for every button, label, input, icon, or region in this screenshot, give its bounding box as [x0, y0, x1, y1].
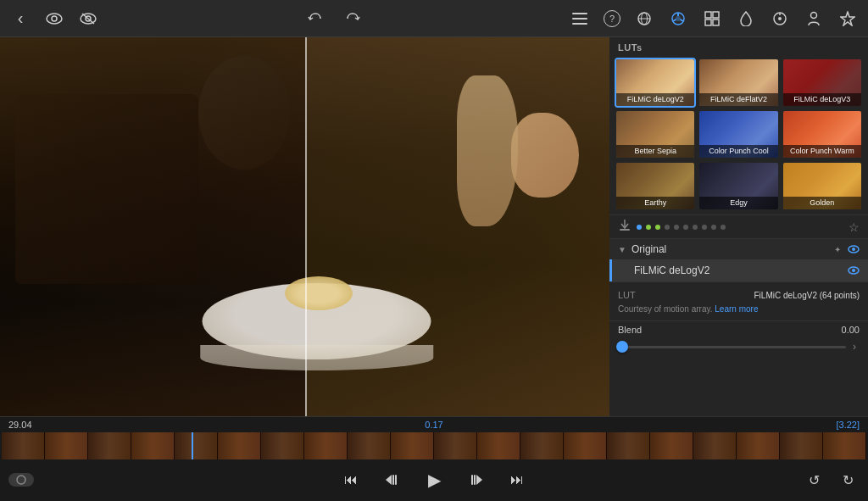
dot-1[interactable]	[637, 225, 642, 230]
frame-5	[175, 432, 218, 459]
color-wheel-icon[interactable]	[668, 8, 688, 29]
undo-icon[interactable]	[305, 8, 326, 29]
bottom-toolbar: Color & Effects	[0, 497, 868, 501]
frame-6	[218, 432, 261, 459]
frame-11	[434, 432, 477, 459]
menu-icon[interactable]	[570, 8, 590, 29]
frame-forward-button[interactable]	[465, 468, 488, 492]
grid-icon[interactable]	[702, 8, 722, 29]
drop-icon[interactable]	[736, 8, 756, 29]
svg-point-31	[17, 476, 25, 484]
back-button[interactable]: ‹	[10, 8, 31, 29]
preset-item-name: FiLMiC deLogV2	[634, 264, 848, 276]
page-dots	[637, 225, 726, 230]
frame-20	[823, 432, 866, 459]
svg-point-1	[52, 16, 57, 21]
lut-item-edgy[interactable]: Edgy	[698, 161, 779, 211]
redo-icon[interactable]	[342, 8, 363, 29]
lut-label-delogv3: FiLMiC deLogV3	[783, 93, 861, 106]
preset-group-name: Original	[632, 243, 834, 255]
lut-item-punch-warm[interactable]: Color Punch Warm	[782, 109, 863, 159]
timeline-strip[interactable]	[2, 432, 866, 459]
timeline-info: 29.04 0.17 [3.22]	[0, 417, 868, 432]
download-icon[interactable]	[618, 219, 632, 235]
lut-label-edgy: Edgy	[699, 197, 777, 209]
undo-playback-icon[interactable]: ↺	[802, 468, 826, 492]
frame-17	[693, 432, 737, 459]
lut-item-delogv2[interactable]: FiLMiC deLogV2	[615, 58, 696, 108]
lut-item-punch-cool[interactable]: Color Punch Cool	[698, 109, 779, 159]
dot-3[interactable]	[655, 225, 660, 230]
frame-18	[737, 432, 780, 459]
svg-rect-37	[471, 475, 473, 485]
svg-rect-25	[620, 229, 630, 231]
skip-back-button[interactable]: ⏮	[339, 468, 363, 492]
svg-rect-16	[705, 12, 711, 18]
lut-label-golden: Golden	[783, 197, 861, 209]
star-icon[interactable]	[837, 8, 858, 29]
plate-bottom	[200, 345, 433, 370]
lut-item-earthy[interactable]: Earthy	[615, 161, 696, 211]
blend-row: Blend 0.00	[618, 325, 860, 335]
eye-slash-icon[interactable]	[78, 8, 98, 29]
dot-8[interactable]	[702, 225, 707, 230]
svg-point-0	[47, 14, 62, 24]
dot-5[interactable]	[674, 225, 679, 230]
favorite-star-icon[interactable]: ☆	[849, 220, 860, 234]
person-icon[interactable]	[804, 8, 824, 29]
help-icon[interactable]: ?	[604, 10, 620, 27]
blend-slider[interactable]	[618, 338, 846, 355]
lut-item-golden[interactable]: Golden	[782, 161, 863, 211]
learn-more-link[interactable]: Learn more	[715, 304, 758, 314]
svg-point-30	[852, 269, 855, 272]
dot-6[interactable]	[683, 225, 688, 230]
svg-marker-35	[476, 475, 482, 485]
preset-star-indicator: ✦	[834, 245, 841, 254]
svg-rect-17	[713, 12, 719, 18]
eye-icon[interactable]	[44, 8, 64, 29]
skip-forward-button[interactable]: ⏭	[505, 468, 529, 492]
frame-14	[564, 432, 607, 459]
lut-item-sepia[interactable]: Better Sepia	[615, 109, 696, 159]
svg-rect-36	[474, 475, 476, 485]
playback-right-controls: ↺ ↻	[802, 468, 860, 492]
loop-control[interactable]	[8, 473, 34, 487]
lut-item-delogv3[interactable]: FiLMiC deLogV3	[782, 58, 863, 108]
svg-marker-32	[386, 475, 392, 485]
lut-item-deflatv2[interactable]: FiLMiC deFlatV2	[698, 58, 779, 108]
dot-2[interactable]	[646, 225, 651, 230]
blend-slider-row: ›	[618, 338, 860, 355]
frame-1	[2, 432, 45, 459]
dots-row: ☆	[609, 214, 868, 239]
main-content: LUTs FiLMiC deLogV2 FiLMiC deFlatV2 FiLM…	[0, 37, 868, 416]
timeline-frames	[2, 432, 866, 459]
frame-back-button[interactable]	[380, 468, 403, 492]
frame-3	[88, 432, 131, 459]
bottom-area: 29.04 0.17 [3.22]	[0, 416, 868, 501]
dial-icon[interactable]	[770, 8, 790, 29]
svg-point-21	[778, 17, 782, 20]
preset-item-delogv2[interactable]: FiLMiC deLogV2	[609, 259, 868, 281]
dot-10[interactable]	[721, 225, 726, 230]
slider-arrow-right[interactable]: ›	[849, 341, 860, 353]
dot-9[interactable]	[711, 225, 716, 230]
toolbar-left: ‹	[10, 8, 98, 29]
svg-rect-18	[705, 19, 711, 25]
preset-group-header[interactable]: ▼ Original ✦	[609, 239, 868, 259]
globe-icon[interactable]	[634, 8, 654, 29]
dot-7[interactable]	[693, 225, 698, 230]
blend-value: 0.00	[842, 325, 860, 335]
redo-playback-icon[interactable]: ↻	[836, 468, 860, 492]
playhead[interactable]	[192, 432, 193, 459]
svg-rect-6	[572, 18, 587, 19]
blend-section: Blend 0.00 ›	[609, 320, 868, 362]
eye-preset-icon[interactable]	[848, 266, 860, 275]
lut-label-delogv2: FiLMiC deLogV2	[616, 93, 694, 106]
dot-4[interactable]	[665, 225, 670, 230]
lut-label-punch-warm: Color Punch Warm	[783, 145, 861, 158]
svg-point-28	[852, 248, 855, 251]
video-split-divider	[305, 37, 307, 416]
slider-thumb[interactable]	[616, 341, 628, 353]
eye-group-icon[interactable]	[848, 245, 860, 253]
play-button[interactable]: ▶	[420, 466, 448, 493]
